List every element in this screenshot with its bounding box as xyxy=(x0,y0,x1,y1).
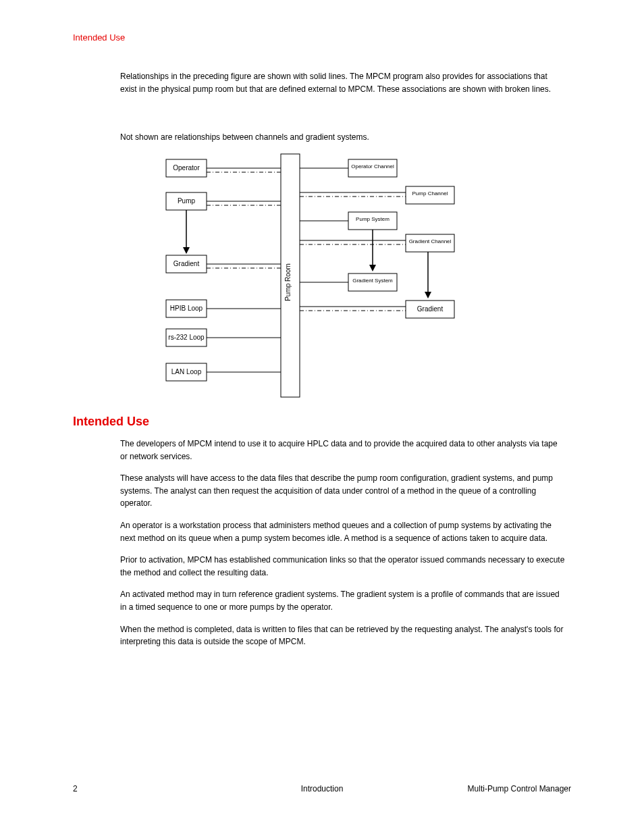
running-header: Intended Use xyxy=(73,32,125,43)
intro-paragraph-1: Relationships in the preceding figure ar… xyxy=(120,70,566,95)
gradient-box-right: Gradient xyxy=(300,301,454,318)
pump-box: Pump xyxy=(166,192,281,210)
section-heading-intended-use: Intended Use xyxy=(73,415,149,429)
pump-channel-box: Pump Channel xyxy=(300,186,454,204)
pump-system-box: Pump System xyxy=(300,212,397,230)
svg-text:LAN Loop: LAN Loop xyxy=(171,368,202,375)
svg-text:Pump: Pump xyxy=(178,197,196,205)
arrow-gradch-down xyxy=(425,252,431,298)
body-paragraph-2: These analysts will have access to the d… xyxy=(120,472,566,510)
arrow-pump-to-gradient xyxy=(183,210,190,254)
svg-text:Gradient: Gradient xyxy=(417,305,444,313)
body-paragraph-6: When the method is completed, data is wr… xyxy=(120,623,566,648)
svg-text:Pump Channel: Pump Channel xyxy=(412,190,448,197)
svg-text:Gradient: Gradient xyxy=(173,260,200,267)
svg-text:Pump System: Pump System xyxy=(356,216,390,222)
footer-document: Multi-Pump Control Manager xyxy=(406,784,571,793)
page-footer: 2 Introduction Multi-Pump Control Manage… xyxy=(73,784,571,793)
operator-box: Operator xyxy=(166,159,281,177)
pump-room-diagram: Pump Room Operator Pump Gradient HPI xyxy=(159,147,490,404)
svg-marker-35 xyxy=(369,265,376,271)
body-paragraph-4: Prior to activation, MPCM has establishe… xyxy=(120,554,566,579)
svg-text:Operator: Operator xyxy=(173,164,200,172)
body-paragraph-3: An operator is a workstation process tha… xyxy=(120,519,566,544)
gradient-system-box: Gradient System xyxy=(300,273,397,291)
arrow-pumpsys-to-gradsys xyxy=(369,230,376,271)
svg-text:Gradient Channel: Gradient Channel xyxy=(409,238,452,244)
svg-text:rs-232 Loop: rs-232 Loop xyxy=(168,334,205,341)
svg-text:HPIB Loop: HPIB Loop xyxy=(170,305,203,312)
hpib-box: HPIB Loop xyxy=(166,300,281,317)
rs232-box: rs-232 Loop xyxy=(166,329,281,346)
intro-paragraph-2: Not shown are relationships between chan… xyxy=(120,132,369,142)
body-paragraph-1: The developers of MPCM intend to use it … xyxy=(120,438,566,463)
hub-label: Pump Room xyxy=(284,263,292,301)
gradient-box: Gradient xyxy=(166,255,281,273)
footer-page-number: 2 xyxy=(73,784,238,793)
svg-text:Operator Channel: Operator Channel xyxy=(351,163,394,170)
gradient-channel-box: Gradient Channel xyxy=(300,234,454,252)
svg-marker-10 xyxy=(183,247,190,254)
svg-text:Gradient System: Gradient System xyxy=(352,278,393,284)
lan-box: LAN Loop xyxy=(166,363,281,381)
footer-section: Introduction xyxy=(240,784,404,793)
body-paragraph-5: An activated method may in turn referenc… xyxy=(120,588,566,613)
operator-channel-box: Operator Channel xyxy=(300,159,397,177)
svg-marker-41 xyxy=(425,292,431,298)
